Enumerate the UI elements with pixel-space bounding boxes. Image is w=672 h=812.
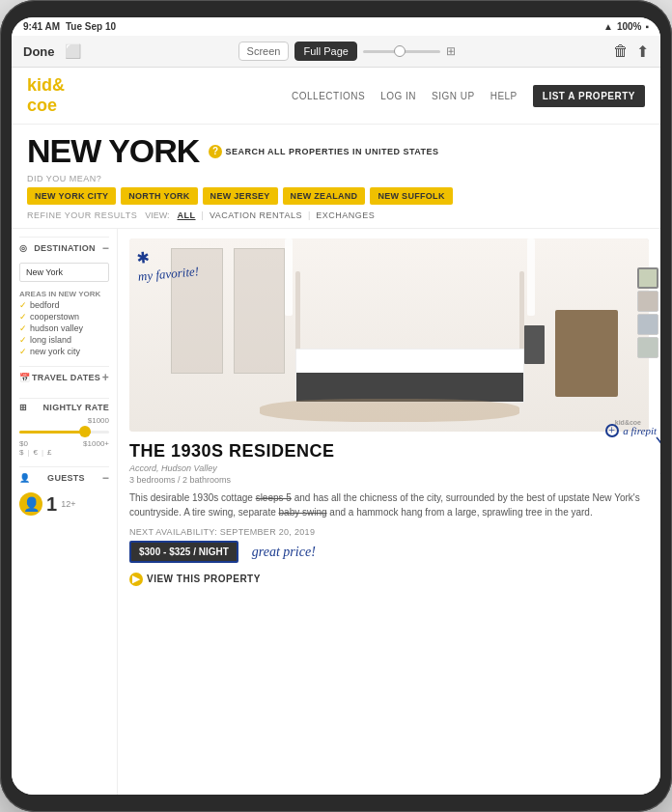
pill-nyc[interactable]: NEW YORK CITY xyxy=(27,187,116,205)
rate-icon: ⊞ xyxy=(19,403,27,412)
pill-new-zealand[interactable]: NEW ZEALAND xyxy=(283,187,366,205)
travel-dates-header: 📅 TRAVEL DATES + xyxy=(19,366,109,388)
battery-display: 100% xyxy=(617,21,642,32)
search-icon: ? xyxy=(209,145,222,158)
guests-plus: 12+ xyxy=(61,499,75,509)
hero-header: NEW YORK ? SEARCH ALL PROPERTIES IN UNIT… xyxy=(12,125,660,229)
destination-label: DESTINATION xyxy=(34,243,96,253)
annotation-favorite: ✱ my favorite! xyxy=(135,243,199,285)
column-tr xyxy=(527,238,535,316)
thumb-1[interactable] xyxy=(637,267,658,289)
view-vacation[interactable]: VACATION RENTALS xyxy=(210,210,302,220)
dates-toggle[interactable]: + xyxy=(102,371,109,384)
logo: kid&coe xyxy=(27,75,65,116)
destination-toggle[interactable]: − xyxy=(102,241,109,255)
view-property-button[interactable]: ▶ VIEW THIS PROPERTY xyxy=(129,573,261,586)
currency-row: $ | € | £ xyxy=(19,448,109,457)
rug xyxy=(260,399,519,422)
nightly-rate-label: NIGHTLY RATE xyxy=(43,403,109,412)
wifi-icon: ▲ xyxy=(603,21,613,32)
property-title: THE 1930S RESIDENCE xyxy=(129,441,649,462)
view-all[interactable]: ALL xyxy=(178,210,196,220)
price-badge: $300 - $325 / NIGHT xyxy=(129,541,238,563)
search-all-text: SEARCH ALL PROPERTIES IN UNITED STATES xyxy=(225,147,438,156)
guests-header: 👤 GUESTS − xyxy=(19,466,109,489)
thumb-4[interactable] xyxy=(637,337,658,358)
lamp xyxy=(524,325,546,364)
column-tl xyxy=(285,238,293,316)
destination-header: ◎ DESTINATION − xyxy=(19,237,109,259)
price-row: $300 - $325 / NIGHT great price! xyxy=(129,541,649,563)
currency-usd[interactable]: $ xyxy=(19,448,23,457)
suggestion-pills: NEW YORK CITY NORTH YORK NEW JERSEY NEW … xyxy=(27,187,645,205)
play-icon: ▶ xyxy=(129,573,143,586)
firepit-arrow xyxy=(655,435,660,474)
area-name: hudson valley xyxy=(30,323,83,333)
refine-label: REFINE YOUR RESULTS xyxy=(27,210,137,220)
ipad-frame: 9:41 AM Tue Sep 10 ▲ 100% ▪ Done ⬜ Scree… xyxy=(0,0,672,812)
nav-help[interactable]: HELP xyxy=(490,91,518,101)
bed-mattress xyxy=(295,349,524,403)
plus-circle-icon: + xyxy=(605,424,619,437)
bed-blanket xyxy=(296,373,523,402)
content-area: kid&coe ✱ my favorite! xyxy=(118,229,660,795)
guests-label: GUESTS xyxy=(47,473,85,483)
view-label: VIEW: xyxy=(145,210,169,220)
done-button[interactable]: Done xyxy=(23,44,55,59)
annotation-price: great price! xyxy=(252,545,316,560)
annotation-firepit: + a firepit xyxy=(605,424,657,437)
page-title: NEW YORK xyxy=(27,132,199,170)
search-all-link[interactable]: ? SEARCH ALL PROPERTIES IN UNITED STATES xyxy=(209,145,438,158)
property-location: Accord, Hudson Valley xyxy=(129,463,649,473)
view-exchanges[interactable]: EXCHANGES xyxy=(316,210,375,220)
property-beds: 3 bedrooms / 2 bathrooms xyxy=(129,475,649,485)
sidebar: ◎ DESTINATION − AREAS IN NEW YORK ✓ bedf… xyxy=(12,229,118,795)
zoom-slider[interactable] xyxy=(363,50,440,53)
check-icon: ✓ xyxy=(19,300,27,310)
screen-button[interactable]: Screen xyxy=(238,42,290,61)
destination-input[interactable] xyxy=(19,263,109,282)
full-page-button[interactable]: Full Page xyxy=(294,42,356,61)
list-property-button[interactable]: LIST A PROPERTY xyxy=(533,85,645,107)
pill-new-jersey[interactable]: NEW JERSEY xyxy=(203,187,278,205)
site-nav: kid&coe COLLECTIONS LOG IN SIGN UP HELP … xyxy=(12,68,660,125)
rate-values: $0 $1000+ xyxy=(19,439,109,448)
calendar-icon: 📅 xyxy=(19,373,30,382)
view-links: ALL | VACATION RENTALS | EXCHANGES xyxy=(178,210,376,220)
nav-login[interactable]: LOG IN xyxy=(380,91,416,101)
nav-signup[interactable]: SIGN UP xyxy=(432,91,475,101)
strikethrough-sleeps: sleeps 5 xyxy=(256,492,292,503)
grid-icon: ⊞ xyxy=(446,44,456,58)
date-display: Tue Sep 10 xyxy=(66,21,116,32)
pill-north-york[interactable]: NORTH YORK xyxy=(121,187,197,205)
main-layout: ◎ DESTINATION − AREAS IN NEW YORK ✓ bedf… xyxy=(12,229,660,795)
thumbnail-strip xyxy=(637,267,660,358)
guests-toggle[interactable]: − xyxy=(102,471,109,485)
ipad-screen: 9:41 AM Tue Sep 10 ▲ 100% ▪ Done ⬜ Scree… xyxy=(12,17,660,795)
pill-new-suffolk[interactable]: NEW SUFFOLK xyxy=(370,187,452,205)
rate-min: $0 xyxy=(19,439,28,448)
property-image: kid&coe ✱ my favorite! xyxy=(129,238,649,432)
nightly-rate-header: ⊞ NIGHTLY RATE xyxy=(19,398,109,416)
sep1: | xyxy=(202,210,204,220)
area-name: new york city xyxy=(30,347,80,356)
areas-label: AREAS IN NEW YORK xyxy=(19,290,109,298)
page-body: NEW YORK ? SEARCH ALL PROPERTIES IN UNIT… xyxy=(12,125,660,795)
share-icon[interactable]: ⬆ xyxy=(636,42,649,61)
property-card: kid&coe ✱ my favorite! xyxy=(129,238,649,586)
crop-icon[interactable]: ⬜ xyxy=(65,43,81,59)
time-display: 9:41 AM xyxy=(23,21,60,32)
hero-title-row: NEW YORK ? SEARCH ALL PROPERTIES IN UNIT… xyxy=(27,132,645,170)
currency-gbp[interactable]: £ xyxy=(47,448,51,457)
thumb-2[interactable] xyxy=(637,291,658,312)
trash-icon[interactable]: 🗑 xyxy=(613,42,629,60)
guests-section: 👤 GUESTS − 👤 1 12+ xyxy=(19,466,109,516)
nav-collections[interactable]: COLLECTIONS xyxy=(292,91,365,101)
rate-max-label: $1000+ xyxy=(83,439,109,448)
area-cooperstown: ✓ cooperstown xyxy=(19,312,109,322)
rate-slider[interactable] xyxy=(19,431,109,434)
destination-section: ◎ DESTINATION − AREAS IN NEW YORK ✓ bedf… xyxy=(19,237,109,356)
rate-max-display: $1000 xyxy=(19,416,109,425)
currency-eur[interactable]: € xyxy=(34,448,38,457)
thumb-3[interactable] xyxy=(637,314,658,335)
